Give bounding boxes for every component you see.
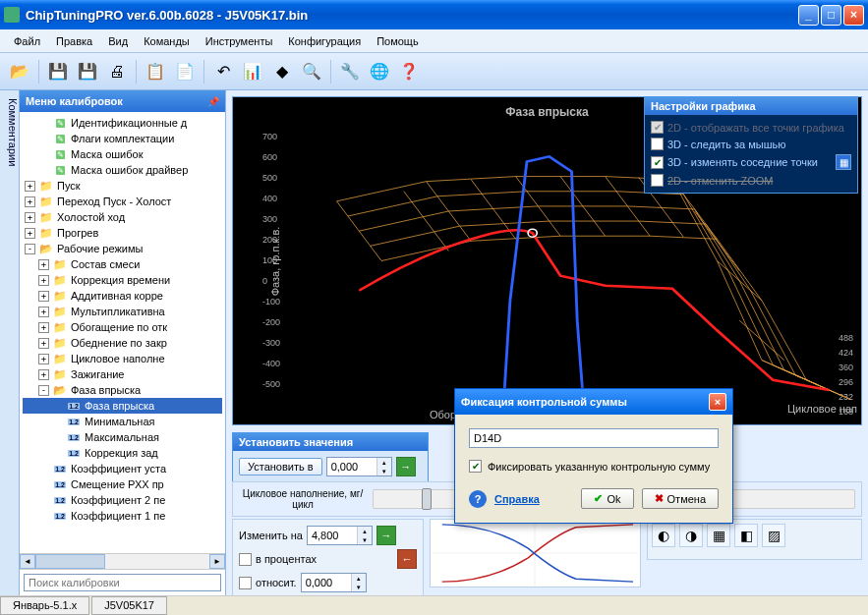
tree-expander[interactable]: + <box>38 322 49 333</box>
mini-btn-4[interactable]: ◧ <box>734 524 758 547</box>
mini-btn-3[interactable]: ▦ <box>707 524 730 547</box>
mini-btn-1[interactable]: ◐ <box>652 524 675 547</box>
settings-row[interactable]: ✔3D - изменять соседние точки▦ <box>651 152 851 172</box>
undo-button[interactable]: ↶ <box>209 58 237 85</box>
menu-Помощь[interactable]: Помощь <box>369 32 427 50</box>
tree-node[interactable]: +📁Обеднение по закр <box>23 335 222 351</box>
comments-tab[interactable]: Комментарии <box>0 90 20 595</box>
tree-node[interactable]: +📁Аддитивная корре <box>23 288 222 304</box>
close-button[interactable]: × <box>843 5 864 26</box>
scroll-left-button[interactable]: ◄ <box>20 554 35 569</box>
relative-checkbox[interactable] <box>239 577 252 589</box>
tree-node[interactable]: +📁Холостой ход <box>23 209 222 225</box>
tree-node[interactable]: +📁Цикловое наполне <box>23 351 222 366</box>
tree-node[interactable]: +📁Переход Пуск - Холост <box>23 194 222 209</box>
spin-down[interactable]: ▼ <box>377 467 391 475</box>
change-spinner[interactable]: ▲▼ <box>307 526 373 545</box>
help-link[interactable]: Справка <box>494 493 540 505</box>
status-tab-1[interactable]: Январь-5.1.x <box>0 596 89 615</box>
menu-Конфигурация[interactable]: Конфигурация <box>280 32 369 50</box>
cancel-button[interactable]: ✖Отмена <box>642 488 719 509</box>
menu-Команды[interactable]: Команды <box>136 32 198 50</box>
tree-node[interactable]: +📁Обогащение по отк <box>23 319 222 335</box>
set-value-input[interactable] <box>327 458 376 475</box>
tree-expander[interactable]: - <box>25 244 35 254</box>
tree-expander[interactable]: + <box>25 212 35 223</box>
calibration-tree[interactable]: ✎Идентификационные д✎Флаги комплектации✎… <box>20 112 225 553</box>
tree-hscroll[interactable]: ◄ ► <box>20 553 225 569</box>
tree-expander[interactable]: + <box>25 196 35 207</box>
relative-spinner[interactable]: ▲▼ <box>301 573 367 592</box>
save-button[interactable]: 💾 <box>44 58 72 85</box>
mini-btn-5[interactable]: ▨ <box>762 524 785 547</box>
dialog-close-button[interactable]: × <box>709 393 726 411</box>
tree-node[interactable]: +📁Мультипликативна <box>23 304 222 319</box>
tree-expander[interactable]: + <box>38 275 49 286</box>
tree-node[interactable]: 1.2Максимальная <box>23 429 222 445</box>
checkbox[interactable] <box>651 174 664 187</box>
chart-button[interactable]: 📊 <box>239 58 266 85</box>
help-button[interactable]: ❓ <box>395 58 423 85</box>
tree-expander[interactable]: + <box>25 228 35 239</box>
tree-node[interactable]: 1.2Коэффициент уста <box>23 461 222 476</box>
checkbox[interactable] <box>651 138 664 150</box>
open-button[interactable]: 📂 <box>6 58 33 85</box>
tool1-button[interactable]: 🔧 <box>336 58 364 85</box>
search-input[interactable] <box>24 574 221 591</box>
menu-Правка[interactable]: Правка <box>48 32 100 50</box>
info-button[interactable]: ◆ <box>268 58 296 85</box>
scroll-thumb[interactable] <box>35 554 105 569</box>
save-as-button[interactable]: 💾 <box>74 58 101 85</box>
settings-row[interactable]: ✔2D - отображать все точки графика <box>651 119 851 136</box>
tree-expander[interactable]: + <box>38 307 49 317</box>
tree-node[interactable]: +📁Зажигание <box>23 366 222 382</box>
pin-icon[interactable]: 📌 <box>207 96 219 107</box>
tool2-button[interactable]: 🌐 <box>366 58 393 85</box>
mini-btn-2[interactable]: ◑ <box>679 524 703 547</box>
apply-button[interactable]: → <box>396 457 416 476</box>
copy-button[interactable]: 📋 <box>142 58 169 85</box>
tree-expander[interactable]: + <box>38 259 49 270</box>
tree-expander[interactable]: + <box>38 369 49 380</box>
settings-row[interactable]: 3D - следить за мышью <box>651 136 851 152</box>
tree-node[interactable]: ✎Флаги комплектации <box>23 131 222 146</box>
checksum-input[interactable] <box>469 428 719 448</box>
zoom-button[interactable]: 🔍 <box>298 58 325 85</box>
relative-input[interactable] <box>302 574 351 591</box>
paste-button[interactable]: 📄 <box>171 58 199 85</box>
menu-Инструменты[interactable]: Инструменты <box>198 32 281 50</box>
change-remove-button[interactable]: ← <box>397 549 417 569</box>
percent-checkbox[interactable] <box>239 553 252 566</box>
tree-node[interactable]: -📂Рабочие режимы <box>23 241 222 256</box>
tree-node[interactable]: -📂Фаза впрыска <box>23 382 222 398</box>
menu-Вид[interactable]: Вид <box>100 32 136 50</box>
tree-node[interactable]: 1.2Минимальная <box>23 414 222 429</box>
tree-expander[interactable]: + <box>25 181 35 192</box>
tree-node[interactable]: ✎Идентификационные д <box>23 115 222 131</box>
checkbox[interactable]: ✔ <box>651 156 664 169</box>
tree-expander[interactable]: + <box>38 354 49 364</box>
tree-node[interactable]: +📁Пуск <box>23 178 222 194</box>
tree-node[interactable]: +📁Прогрев <box>23 225 222 241</box>
checkbox[interactable]: ✔ <box>651 121 664 134</box>
status-tab-2[interactable]: J5V05K17 <box>91 596 167 615</box>
minimize-button[interactable]: _ <box>798 5 819 26</box>
grid-icon[interactable]: ▦ <box>836 154 851 170</box>
tree-node[interactable]: 1.2Коррекция зад <box>23 445 222 461</box>
tree-node[interactable]: 1.2Смещение РХХ пр <box>23 476 222 492</box>
scroll-right-button[interactable]: ► <box>209 554 225 569</box>
tree-expander[interactable]: + <box>38 338 49 349</box>
ok-button[interactable]: ✔Ok <box>581 488 633 509</box>
dialog-titlebar[interactable]: Фиксация контрольной суммы × <box>455 389 732 415</box>
tree-expander[interactable]: - <box>38 385 49 396</box>
slider-thumb[interactable] <box>422 488 432 510</box>
maximize-button[interactable]: □ <box>821 5 841 26</box>
tree-node[interactable]: +📁Состав смеси <box>23 256 222 272</box>
tree-node[interactable]: 1.2Коэффициент 2 пе <box>23 492 222 508</box>
set-value-spinner[interactable]: ▲ ▼ <box>326 457 392 476</box>
set-value-button[interactable]: Установить в <box>239 458 322 475</box>
tree-expander[interactable]: + <box>38 291 49 302</box>
tree-node[interactable]: 1.2Коэффициент 1 пе <box>23 508 222 524</box>
tree-node[interactable]: ✎Маска ошибок драйвер <box>23 162 222 178</box>
settings-row[interactable]: 2D - отменить ZOOM <box>651 172 851 189</box>
